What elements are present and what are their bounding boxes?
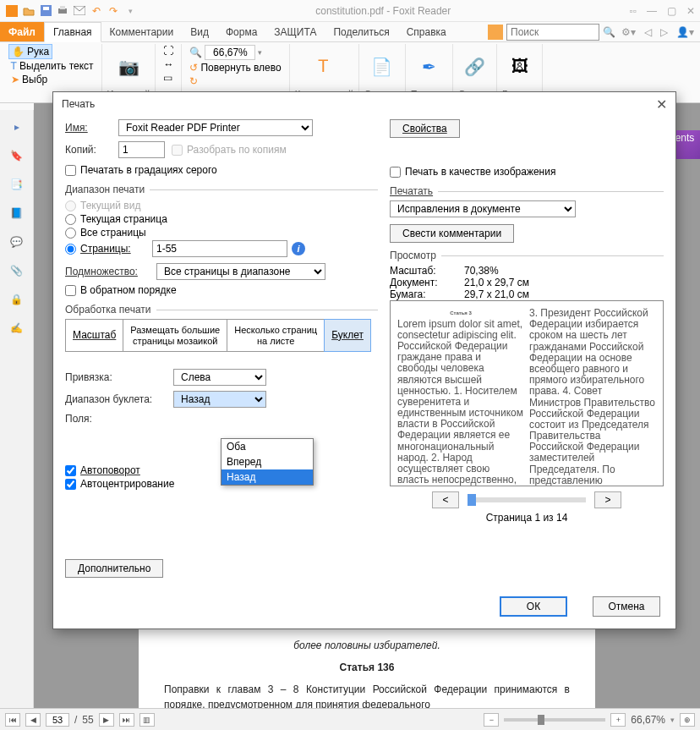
comments-panel-icon[interactable]: 💬 <box>8 233 25 250</box>
autorotate-checkbox[interactable] <box>65 465 76 476</box>
snapshot-button[interactable]: 📷 <box>113 53 144 80</box>
ribbon-min-icon[interactable]: ▫▫ <box>629 5 637 17</box>
zoom-slider[interactable] <box>504 718 605 722</box>
links-button[interactable]: 🔗 <box>460 53 490 80</box>
booklet-opt-both[interactable]: Оба <box>221 439 313 454</box>
next-page-button[interactable]: ▶ <box>99 713 114 727</box>
range-pages-radio[interactable] <box>65 244 76 255</box>
tab-protect[interactable]: ЗАЩИТА <box>265 22 325 41</box>
document-page: более половины избирателей. Статья 136 П… <box>139 628 595 708</box>
zoom-out-icon[interactable]: 🔍 <box>189 47 202 58</box>
printer-select[interactable]: Foxit Reader PDF Printer <box>118 119 313 136</box>
close-icon[interactable]: ✕ <box>686 5 695 17</box>
redo-icon[interactable]: ↷ <box>107 4 120 18</box>
fit-page-icon: ⛶ <box>163 45 173 57</box>
page-layout-button[interactable]: ▥ <box>139 713 155 727</box>
search-category-icon[interactable] <box>488 25 503 40</box>
user-avatar-icon[interactable]: 👤▾ <box>674 26 697 38</box>
range-current-view-radio <box>65 200 76 211</box>
seg-multi[interactable]: Несколько страниц на листе <box>227 320 325 351</box>
signatures-icon[interactable]: ✍ <box>8 320 25 337</box>
select-annot-tool[interactable]: ➤Выбр <box>8 73 50 86</box>
info-icon[interactable]: i <box>292 242 305 255</box>
range-current-page-radio[interactable] <box>65 214 76 225</box>
expand-icon[interactable]: ▸ <box>8 118 25 135</box>
tab-file[interactable]: Файл <box>0 22 44 41</box>
fit-visible-button[interactable]: ▭ <box>161 71 175 85</box>
grayscale-checkbox[interactable] <box>65 165 76 176</box>
open-icon[interactable] <box>22 4 36 18</box>
bookmarks-icon[interactable]: 🔖 <box>8 147 25 164</box>
tab-share[interactable]: Поделиться <box>325 22 397 41</box>
last-page-button[interactable]: ⏭ <box>119 713 134 727</box>
cancel-button[interactable]: Отмена <box>593 596 660 617</box>
autocenter-checkbox[interactable] <box>65 479 76 490</box>
search-icon[interactable]: 🔍 <box>603 26 615 38</box>
zoom-dd-icon[interactable]: ▾ <box>258 48 262 57</box>
print-as-image-checkbox[interactable] <box>390 167 401 178</box>
minimize-icon[interactable]: — <box>647 5 657 17</box>
nav-prev-icon[interactable]: ◁ <box>642 26 654 38</box>
save-icon[interactable] <box>39 4 52 18</box>
preview-prev-button[interactable]: < <box>432 491 459 508</box>
copies-input[interactable] <box>118 141 165 158</box>
comment-button[interactable]: Ꭲ <box>309 53 339 80</box>
first-page-button[interactable]: ⏮ <box>5 713 20 727</box>
seg-scale[interactable]: Масштаб <box>66 320 123 351</box>
zoom-in-button[interactable]: + <box>610 713 626 727</box>
insert-button[interactable]: 🖼 <box>505 53 535 80</box>
subset-select[interactable]: Все страницы в диапазоне <box>156 263 325 280</box>
print-icon[interactable] <box>56 4 69 18</box>
ok-button[interactable]: ОК <box>500 596 567 617</box>
rotate-left-button[interactable]: ↺Повернуть влево <box>187 61 283 74</box>
page-sep: / <box>74 714 77 726</box>
tab-view[interactable]: Вид <box>182 22 217 41</box>
range-pages-input[interactable] <box>152 240 287 257</box>
hand-tool[interactable]: ✋Рука <box>8 44 52 59</box>
binding-select[interactable]: Слева <box>173 369 266 386</box>
zoom-input[interactable] <box>205 45 255 60</box>
create-button[interactable]: 📄 <box>367 53 397 80</box>
undo-icon[interactable]: ↶ <box>90 4 103 18</box>
pages-panel-icon[interactable]: 📑 <box>8 176 25 193</box>
sign-button[interactable]: ✒ <box>414 53 445 80</box>
fit-page-button[interactable]: ⛶ <box>161 44 176 58</box>
fit-width-button[interactable]: ↔ <box>161 58 176 71</box>
page-number-input[interactable] <box>46 713 69 727</box>
advanced-button[interactable]: Дополнительно <box>65 559 163 578</box>
seg-booklet[interactable]: Буклет <box>324 319 371 352</box>
preview-next-button[interactable]: > <box>594 491 621 508</box>
rotate-right-button[interactable]: ↻ <box>187 74 200 88</box>
zoom-out-button[interactable]: − <box>484 713 499 727</box>
email-icon[interactable] <box>73 4 86 18</box>
range-all-pages-radio[interactable] <box>65 228 76 239</box>
dialog-close-icon[interactable]: ✕ <box>656 96 667 113</box>
flatten-button[interactable]: Свести комментарии <box>390 224 514 243</box>
print-what-select[interactable]: Исправления в документе <box>390 200 576 217</box>
maximize-icon[interactable]: ▢ <box>667 5 676 17</box>
properties-button[interactable]: Свойства <box>390 119 460 138</box>
rotate-left-icon: ↺ <box>189 62 198 74</box>
attachments-icon[interactable]: 📎 <box>8 262 25 279</box>
layers-icon[interactable]: 📘 <box>8 205 25 222</box>
search-input[interactable] <box>506 24 599 41</box>
booklet-opt-back[interactable]: Назад <box>221 469 313 485</box>
select-text-tool[interactable]: ᎢВыделить текст <box>8 59 96 73</box>
zoom-reset-button[interactable]: ⊕ <box>680 713 695 727</box>
title-bar: ↶ ↷ ▾ constitution.pdf - Foxit Reader ▫▫… <box>0 0 700 22</box>
security-icon[interactable]: 🔒 <box>8 291 25 308</box>
tab-help[interactable]: Справка <box>398 22 455 41</box>
nav-next-icon[interactable]: ▷ <box>658 26 670 38</box>
tab-home[interactable]: Главная <box>44 22 101 42</box>
booklet-range-select[interactable]: Назад <box>173 391 266 408</box>
qat-dropdown-icon[interactable]: ▾ <box>123 4 137 18</box>
preview-slider[interactable] <box>468 497 586 502</box>
gear-icon[interactable]: ⚙▾ <box>619 26 638 38</box>
booklet-opt-forward[interactable]: Вперед <box>221 454 313 469</box>
tab-form[interactable]: Форма <box>217 22 265 41</box>
zoom-dropdown-icon[interactable]: ▾ <box>670 716 675 724</box>
tab-comments[interactable]: Комментарии <box>101 22 183 41</box>
prev-page-button[interactable]: ◀ <box>25 713 41 727</box>
seg-tile[interactable]: Размещать большие страницы мозаикой <box>123 320 227 351</box>
reverse-checkbox[interactable] <box>65 285 76 296</box>
